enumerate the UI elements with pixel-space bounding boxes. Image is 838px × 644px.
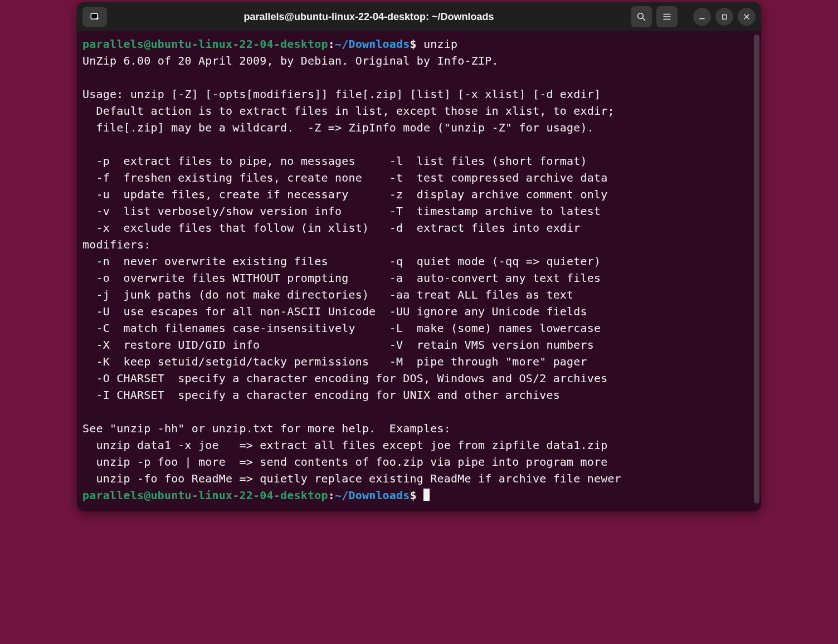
titlebar: parallels@ubuntu-linux-22-04-desktop: ~/… bbox=[77, 2, 761, 31]
prompt-symbol: $ bbox=[410, 37, 417, 51]
maximize-icon bbox=[721, 13, 728, 21]
new-tab-icon bbox=[89, 11, 100, 22]
new-tab-button[interactable] bbox=[82, 7, 107, 27]
prompt-user-host: parallels@ubuntu-linux-22-04-desktop bbox=[82, 489, 328, 502]
output-text: UnZip 6.00 of 20 April 2009, by Debian. … bbox=[82, 54, 621, 485]
prompt-user-host: parallels@ubuntu-linux-22-04-desktop bbox=[82, 37, 328, 51]
window-title: parallels@ubuntu-linux-22-04-desktop: ~/… bbox=[111, 11, 626, 23]
maximize-button[interactable] bbox=[715, 8, 733, 26]
prompt-path: ~/Downloads bbox=[335, 489, 410, 502]
svg-rect-9 bbox=[722, 14, 727, 19]
terminal-output[interactable]: parallels@ubuntu-linux-22-04-desktop:~/D… bbox=[82, 36, 753, 504]
prompt-colon: : bbox=[328, 37, 335, 51]
minimize-icon bbox=[698, 13, 706, 21]
scrollbar[interactable] bbox=[754, 35, 759, 504]
prompt-symbol: $ bbox=[410, 489, 417, 502]
terminal-area[interactable]: parallels@ubuntu-linux-22-04-desktop:~/D… bbox=[77, 31, 761, 511]
minimize-button[interactable] bbox=[693, 8, 711, 26]
prompt-colon: : bbox=[328, 489, 335, 502]
search-icon bbox=[636, 12, 646, 22]
menu-button[interactable] bbox=[656, 6, 678, 27]
svg-line-4 bbox=[642, 18, 645, 21]
close-button[interactable] bbox=[738, 8, 756, 26]
hamburger-icon bbox=[662, 12, 672, 22]
search-button[interactable] bbox=[631, 6, 652, 27]
command-text: unzip bbox=[417, 37, 457, 51]
terminal-window: parallels@ubuntu-linux-22-04-desktop: ~/… bbox=[77, 2, 761, 511]
close-icon bbox=[743, 13, 751, 21]
cursor bbox=[423, 489, 430, 501]
prompt-path: ~/Downloads bbox=[335, 37, 410, 51]
